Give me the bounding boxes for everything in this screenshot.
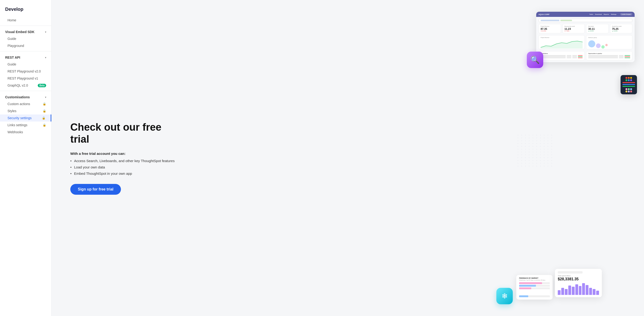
feedback-title: FEEDBACK BY MARKET bbox=[519, 277, 550, 279]
dot-grid-item bbox=[540, 152, 541, 152]
sidebar-item-links-settings[interactable]: Links settings 🔒 bbox=[0, 122, 51, 129]
dot-grid-item bbox=[551, 152, 552, 152]
dot-grid-item bbox=[518, 163, 518, 164]
metric-change-3: ▲ 23.52% bbox=[588, 30, 606, 32]
dot-grid-item bbox=[529, 157, 530, 158]
dot-grid-item bbox=[544, 135, 545, 136]
dot-grid-item bbox=[536, 160, 537, 161]
nav-reports: Reports bbox=[604, 14, 609, 15]
dot-grid-item bbox=[529, 140, 530, 141]
feedback-bar-2 bbox=[519, 285, 550, 287]
metric-change-2: ▼ 7.52% bbox=[564, 30, 583, 32]
metric-card-1: Project Revenue 87.35 ▼ 22.24% bbox=[538, 24, 561, 33]
dot-grid-item bbox=[548, 137, 548, 138]
styles-label: Styles bbox=[8, 109, 16, 113]
bar-chart-search bbox=[558, 271, 582, 273]
dot-grid-item bbox=[548, 154, 548, 155]
dot-grid-item bbox=[525, 166, 526, 167]
dot-grid-item bbox=[525, 149, 526, 150]
dot-grid-item bbox=[532, 154, 534, 155]
sidebar-section-customisations[interactable]: Customisations ▾ bbox=[0, 93, 51, 100]
metric-change-4: ▲ 13.22% bbox=[612, 30, 630, 32]
dot-grid-item bbox=[548, 143, 548, 144]
dot-grid-item bbox=[551, 135, 552, 136]
guide-1-label: Guide bbox=[8, 37, 16, 41]
nav-tasks: Tasks bbox=[590, 14, 594, 15]
dot-grid-item bbox=[544, 140, 545, 141]
sidebar-item-guide-1[interactable]: Guide bbox=[0, 35, 51, 42]
sidebar-section-visual-embed-sdk[interactable]: Visual Embed SDK ▾ bbox=[0, 28, 51, 35]
dot-grid-item bbox=[525, 160, 526, 161]
cta-button[interactable]: Sign up for free trial bbox=[70, 184, 121, 195]
dot-grid-item bbox=[536, 135, 537, 136]
bubble-chart bbox=[588, 39, 630, 49]
dot-grid-item bbox=[525, 137, 526, 138]
lock-icon-links: 🔒 bbox=[43, 123, 46, 127]
dot-grid-item bbox=[525, 140, 526, 141]
dot-grid-item bbox=[521, 146, 522, 147]
bar-3 bbox=[565, 289, 568, 295]
palette-dot-lightgreen bbox=[628, 88, 630, 90]
table-row-2 bbox=[541, 56, 582, 57]
dot-grid-item bbox=[548, 163, 548, 164]
dot-grid: (function() { const grid = document.quer… bbox=[518, 135, 555, 167]
metric-change-1: ▼ 22.24% bbox=[541, 30, 559, 32]
sidebar-section-rest-api[interactable]: REST API ▾ bbox=[0, 53, 51, 61]
dot-grid-item bbox=[540, 143, 541, 144]
palette-stripe-3 bbox=[622, 86, 635, 87]
tables-row: All initiatives bbox=[538, 51, 632, 60]
dot-grid-item bbox=[525, 152, 526, 152]
main-content: Check out our free trial With a free tri… bbox=[52, 0, 644, 316]
palette-row-4 bbox=[622, 91, 635, 92]
app-title: Develop bbox=[0, 0, 51, 17]
dot-grid-item bbox=[525, 154, 526, 155]
feedback-bar-4 bbox=[519, 295, 550, 297]
dot-grid-item bbox=[544, 160, 545, 161]
divider-1 bbox=[0, 26, 51, 26]
dot-grid-item bbox=[544, 149, 545, 150]
rest-playground-v2-label: REST Playground v2.0 bbox=[8, 70, 41, 73]
dot-grid-item bbox=[529, 160, 530, 161]
dot-grid-item bbox=[518, 154, 518, 155]
dot-grid-item bbox=[544, 154, 545, 155]
sidebar-item-styles[interactable]: Styles 🔒 bbox=[0, 107, 51, 115]
chevron-down-icon-2: ▾ bbox=[45, 56, 46, 59]
dot-grid-item bbox=[518, 160, 518, 161]
palette-dot-purple bbox=[630, 79, 632, 81]
dot-grid-item bbox=[529, 163, 530, 164]
dot-grid-item bbox=[551, 146, 552, 147]
feature-item-1: Access Search, Liveboards, and other key… bbox=[70, 159, 178, 163]
divider-3 bbox=[0, 91, 51, 91]
sidebar-item-graphql-v2[interactable]: GraphQL v2.0 Beta bbox=[0, 82, 51, 89]
feedback-bar-bg-2 bbox=[519, 285, 550, 287]
sidebar-item-security-settings[interactable]: Security settings 🔒 bbox=[0, 115, 51, 122]
sidebar-item-playground[interactable]: Playground bbox=[0, 42, 51, 49]
bar-10 bbox=[589, 288, 592, 295]
screenshots-area: AQUA CORP Tasks Download Reports Setting… bbox=[288, 0, 644, 316]
sidebar-item-home[interactable]: Home bbox=[0, 17, 51, 24]
dashboard-nav: Tasks Download Reports Settings Leslie C… bbox=[590, 13, 632, 16]
sidebar-item-webhooks[interactable]: Webhooks bbox=[0, 129, 51, 136]
dot-grid-item bbox=[521, 140, 522, 141]
bar-6 bbox=[575, 284, 578, 295]
bar-8 bbox=[582, 283, 585, 295]
palette-dot-lightblue bbox=[630, 88, 632, 90]
palette-dot-orange bbox=[628, 77, 630, 79]
dot-pattern: (function() { const grid = document.quer… bbox=[518, 135, 555, 182]
dot-grid-item bbox=[540, 146, 541, 147]
dot-grid-item bbox=[532, 157, 534, 158]
dot-grid-item bbox=[540, 163, 541, 164]
sidebar-item-rest-playground-v1[interactable]: REST Playground v1 bbox=[0, 75, 51, 82]
sidebar-item-rest-playground-v2[interactable]: REST Playground v2.0 bbox=[0, 68, 51, 75]
dashboard-preview: AQUA CORP Tasks Download Reports Setting… bbox=[536, 12, 635, 62]
palette-dot-pink bbox=[626, 88, 627, 90]
sidebar-item-custom-actions[interactable]: Custom actions 🔒 bbox=[0, 100, 51, 107]
palette-dot-amber bbox=[626, 91, 627, 92]
feedback-bar-bg-4 bbox=[519, 295, 550, 297]
sidebar-item-guide-2[interactable]: Guide bbox=[0, 61, 51, 68]
table-row-3 bbox=[541, 58, 582, 58]
dot-grid-item bbox=[518, 146, 518, 147]
table-card-1: All initiatives bbox=[538, 51, 585, 60]
search-icon: 🔍 bbox=[530, 55, 540, 64]
custom-actions-label: Custom actions bbox=[8, 102, 30, 106]
